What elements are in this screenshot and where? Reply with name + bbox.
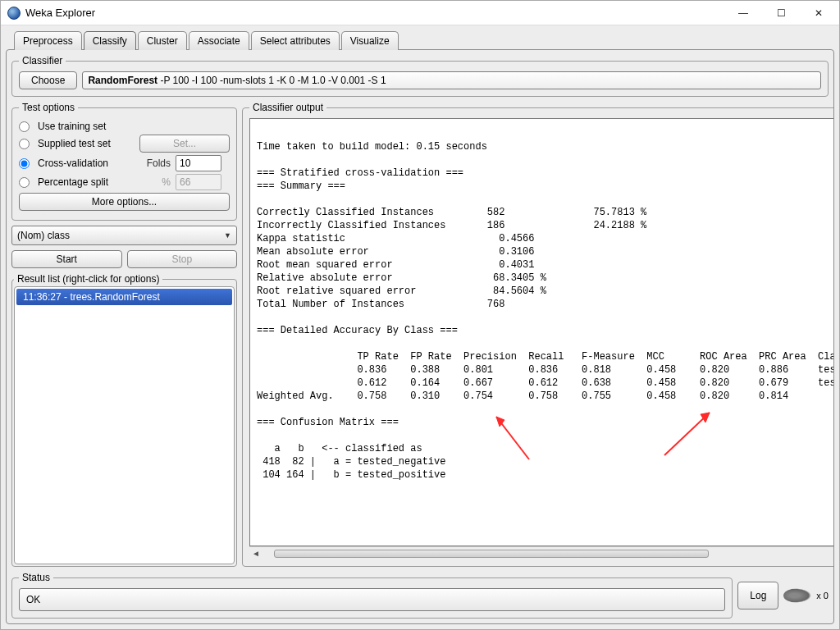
classifier-legend: Classifier [19, 55, 66, 66]
classifier-panel: Classifier Choose RandomForest -P 100 -I… [11, 55, 829, 97]
classifier-args: -P 100 -I 100 -num-slots 1 -K 0 -M 1.0 -… [158, 75, 386, 86]
radio-percentage-split[interactable] [19, 177, 30, 188]
tab-preprocess[interactable]: Preprocess [14, 31, 82, 50]
horizontal-scrollbar[interactable]: ◄ ► [249, 546, 834, 559]
pct-input [176, 174, 221, 190]
stop-button: Stop [127, 250, 238, 268]
status-legend: Status [19, 572, 53, 583]
weka-bird-icon [783, 588, 811, 603]
class-attribute-select[interactable]: (Nom) class ▼ [11, 226, 237, 245]
window-title: Weka Explorer [25, 7, 724, 19]
maximize-button[interactable]: ☐ [762, 2, 800, 25]
titlebar: Weka Explorer — ☐ ✕ [1, 1, 839, 25]
label-use-training-set: Use training set [38, 121, 106, 132]
close-button[interactable]: ✕ [800, 2, 838, 25]
test-options-panel: Test options Use training set Supplied t… [11, 102, 237, 221]
classifier-name: RandomForest [88, 75, 158, 86]
log-button[interactable]: Log [737, 582, 778, 609]
label-cross-validation: Cross-validation [38, 158, 135, 169]
chevron-down-icon: ▼ [224, 231, 231, 240]
radio-use-training-set[interactable] [19, 121, 30, 132]
main-tabs: Preprocess Classify Cluster Associate Se… [14, 30, 834, 49]
classifier-string[interactable]: RandomForest -P 100 -I 100 -num-slots 1 … [82, 71, 821, 89]
scroll-left-icon[interactable]: ◄ [249, 549, 262, 558]
folds-input[interactable] [176, 155, 221, 171]
choose-classifier-button[interactable]: Choose [19, 71, 77, 89]
weka-icon [7, 7, 21, 20]
folds-label: Folds [139, 158, 171, 169]
classifier-output-legend: Classifier output [249, 102, 326, 113]
class-attribute-value: (Nom) class [17, 230, 70, 241]
tab-visualize[interactable]: Visualize [341, 31, 399, 50]
task-count: x 0 [816, 591, 829, 600]
status-panel: Status OK [11, 572, 733, 619]
result-list-item[interactable]: 11:36:27 - trees.RandomForest [16, 289, 232, 305]
radio-cross-validation[interactable] [19, 158, 30, 169]
tab-classify[interactable]: Classify [84, 31, 136, 50]
tab-associate[interactable]: Associate [189, 31, 249, 50]
classifier-output-panel: Classifier output Time taken to build mo… [242, 102, 834, 567]
more-options-button[interactable]: More options... [19, 193, 230, 211]
tab-cluster[interactable]: Cluster [138, 31, 187, 50]
status-text: OK [19, 588, 725, 611]
label-percentage-split: Percentage split [38, 176, 135, 188]
classifier-output-text[interactable]: Time taken to build model: 0.15 seconds … [250, 119, 834, 546]
result-list-legend: Result list (right-click for options) [14, 273, 162, 285]
result-list-panel: Result list (right-click for options) 11… [11, 273, 237, 567]
test-options-legend: Test options [19, 102, 78, 113]
label-supplied-test-set: Supplied test set [38, 138, 135, 149]
pct-label: % [139, 176, 171, 188]
minimize-button[interactable]: — [724, 2, 762, 25]
radio-supplied-test-set[interactable] [19, 139, 30, 149]
horizontal-scroll-thumb[interactable] [274, 550, 709, 558]
set-test-set-button[interactable]: Set... [139, 135, 230, 153]
result-list[interactable]: 11:36:27 - trees.RandomForest [14, 286, 235, 564]
tab-select-attributes[interactable]: Select attributes [251, 31, 340, 50]
start-button[interactable]: Start [11, 250, 122, 268]
